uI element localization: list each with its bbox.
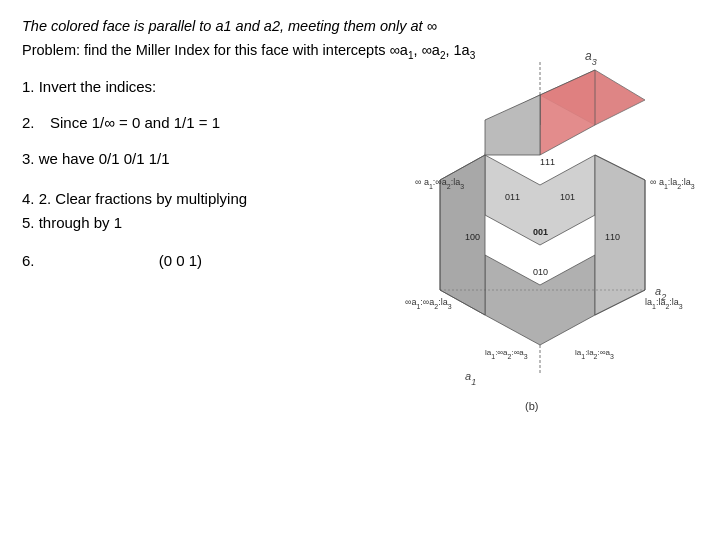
svg-marker-8: [485, 95, 540, 155]
crystal-svg: a3: [385, 35, 695, 425]
step-6-num: 6.: [22, 252, 35, 269]
main-content: The colored face is parallel to a1 and a…: [0, 0, 720, 293]
svg-text:la1:la2:∞a3: la1:la2:∞a3: [575, 348, 614, 360]
step-3-text: 3. we have 0/1 0/1 1/1: [22, 150, 170, 167]
svg-text:∞ a1:la2:la3: ∞ a1:la2:la3: [650, 177, 695, 190]
svg-text:a1: a1: [465, 370, 476, 387]
svg-text:100: 100: [465, 232, 480, 242]
diagram-area: a3: [375, 30, 705, 430]
step-1-text: 1. Invert the indices:: [22, 78, 156, 95]
crystal-diagram: a3: [385, 35, 695, 425]
step-2-num: 2.: [22, 111, 42, 135]
step-4-5: 4. 2. Clear fractions by multiplying 5. …: [22, 187, 392, 235]
svg-text:101: 101: [560, 192, 575, 202]
svg-text:la1:∞a2:∞a3: la1:∞a2:∞a3: [485, 348, 528, 360]
svg-text:∞a1:∞a2:la3: ∞a1:∞a2:la3: [405, 297, 452, 310]
svg-text:001: 001: [533, 227, 548, 237]
step-5-text: 5. through by 1: [22, 211, 392, 235]
step-1: 1. Invert the indices:: [22, 75, 392, 99]
step-6-text: (0 0 1): [159, 252, 202, 269]
svg-text:a3: a3: [585, 49, 597, 67]
svg-marker-6: [540, 70, 595, 155]
step-6: 6. (0 0 1): [22, 249, 392, 273]
svg-text:110: 110: [605, 232, 620, 242]
step-2: 2. Since 1/∞ = 0 and 1/1 = 1: [22, 111, 392, 135]
svg-text:111: 111: [540, 157, 555, 167]
step-3: 3. we have 0/1 0/1 1/1: [22, 147, 392, 171]
step-4-text: 4. 2. Clear fractions by multiplying: [22, 187, 392, 211]
step-2-text: Since 1/∞ = 0 and 1/1 = 1: [50, 111, 220, 135]
svg-text:011: 011: [505, 192, 520, 202]
svg-text:010: 010: [533, 267, 548, 277]
svg-text:(b): (b): [525, 400, 538, 412]
